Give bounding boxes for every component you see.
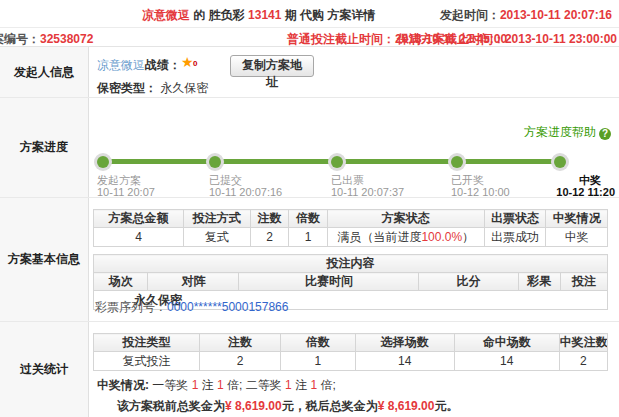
table-span-header: 投注内容: [94, 255, 608, 273]
section-initiator: 发起人信息 凉意微逗 战绩： ★0 复制方案地址 保密类型： 永久保密: [0, 47, 619, 98]
page-header: 凉意微逗 的 胜负彩 13141 期 代购 方案详情 发起时间：2013-10-…: [0, 0, 619, 28]
star-badge: 0: [193, 57, 197, 71]
picked-matches: 14: [355, 352, 454, 371]
record-label: 战绩：: [145, 57, 181, 74]
timeline-node: [328, 153, 346, 171]
win-status: 中奖: [546, 228, 608, 247]
section-basic-info: 方案基本信息 方案总金额 投注方式 注数 倍数 方案状态 出票状态 中奖情况 4…: [0, 198, 619, 322]
section-pass-stats: 过关统计 投注类型 注数 倍数 选择场数 命中场数 中奖注数 复式投注 2 1 …: [0, 322, 619, 417]
username-link[interactable]: 凉意微逗: [97, 57, 145, 74]
bet-type: 复式投注: [94, 352, 200, 371]
win-detail-line: 中奖情况: 一等奖 1 注 1 倍; 二等奖 1 注 1 倍;: [97, 377, 336, 394]
plan-status: 满员（当前进度100.0%）: [327, 228, 484, 247]
multiple: 1: [289, 228, 328, 247]
secrecy-type: 保密类型： 永久保密: [97, 80, 208, 97]
section-progress: 方案进度 方案进度帮助? 发起方案10-11 20:07 已提交10-11 20…: [0, 98, 619, 198]
multiple: 1: [281, 352, 356, 371]
timeline-node: [448, 153, 466, 171]
timeline-node: [551, 153, 569, 171]
issue-number: 13141: [248, 8, 281, 22]
timeline-step: 已出票10-11 20:07:37: [331, 174, 404, 198]
winning-stakes: 2: [559, 352, 607, 371]
plan-summary-table: 方案总金额 投注方式 注数 倍数 方案状态 出票状态 中奖情况 4 复式 2 1…: [93, 209, 608, 247]
timeline-step: 已开奖10-12 10:00: [451, 174, 510, 198]
bet-mode: 复式: [183, 228, 250, 247]
table-row: 4 复式 2 1 满员（当前进度100.0%） 出票成功 中奖: [94, 228, 608, 247]
copy-plan-url-button[interactable]: 复制方案地址: [230, 55, 314, 77]
ticket-serial-link[interactable]: 0000******5000157866: [167, 300, 288, 314]
stakes: 2: [199, 352, 280, 371]
page-title: 凉意微逗 的 胜负彩 13141 期 代购 方案详情: [142, 7, 375, 24]
ticket-serial: 彩票序列号：0000******5000157866: [95, 299, 288, 316]
star-icon: ★0: [181, 55, 194, 69]
owner-name: 凉意微逗: [142, 8, 190, 22]
ticket-status: 出票成功: [484, 228, 546, 247]
question-mark-icon: ?: [599, 128, 611, 140]
table-row: 复式投注 2 1 14 14 2: [94, 352, 608, 371]
table-header-row: 投注类型 注数 倍数 选择场数 命中场数 中奖注数: [94, 334, 608, 352]
prize-total-line: 该方案税前总奖金为¥ 8,619.00元，税后总奖金为¥ 8,619.00元。: [117, 398, 458, 415]
timeline-node: [206, 153, 224, 171]
sub-header: 方案编号：32538072 普通投注截止时间：2013-10-11 22:45:…: [0, 28, 619, 47]
sidebar-label-pass-stats: 过关统计: [0, 322, 89, 417]
timeline-step: 已提交10-11 20:07:16: [209, 174, 282, 198]
table-header-row: 方案总金额 投注方式 注数 倍数 方案状态 出票状态 中奖情况: [94, 210, 608, 228]
sidebar-label-initiator: 发起人信息: [0, 47, 89, 97]
pass-stats-table: 投注类型 注数 倍数 选择场数 命中场数 中奖注数 复式投注 2 1 14 14…: [93, 333, 608, 371]
hit-matches: 14: [454, 352, 559, 371]
progress-help-link[interactable]: 方案进度帮助?: [524, 124, 611, 141]
timeline-step: 发起方案10-11 20:07: [97, 174, 155, 198]
timeline-step-win: 中奖10-12 11:20: [556, 174, 615, 198]
total-amount: 4: [94, 228, 184, 247]
plan-number: 方案编号：32538072: [0, 31, 93, 48]
sidebar-label-progress: 方案进度: [0, 98, 89, 197]
start-time: 发起时间：2013-10-11 20:07:16: [440, 7, 612, 24]
timeline-node: [94, 153, 112, 171]
table-header-row: 场次 对阵 比赛时间 比分 彩果 投注: [94, 273, 608, 291]
guarantee-deadline: 保满方案截止时间：2013-10-11 23:00:00: [397, 31, 617, 48]
sidebar-label-basic-info: 方案基本信息: [0, 198, 89, 321]
stakes: 2: [250, 228, 289, 247]
